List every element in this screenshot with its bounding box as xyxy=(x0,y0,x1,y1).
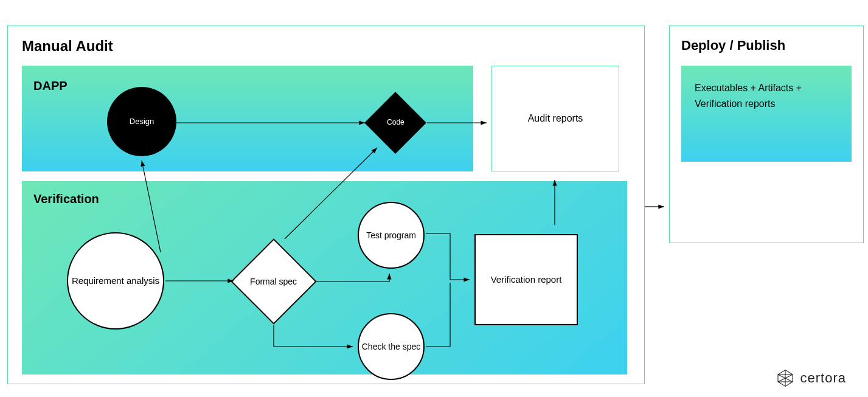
brand-logo: certora xyxy=(776,369,846,387)
design-node: Design xyxy=(107,87,176,156)
brand-name: certora xyxy=(800,370,846,386)
certora-icon xyxy=(776,369,794,387)
manual-audit-title: Manual Audit xyxy=(22,38,113,55)
verification-report-node: Verification report xyxy=(474,234,578,325)
code-label: Code xyxy=(387,118,404,128)
deploy-body-band: Executables + Artifacts + Verification r… xyxy=(681,66,852,162)
audit-reports-node: Audit reports xyxy=(491,66,619,171)
deploy-body-text: Executables + Artifacts + Verification r… xyxy=(695,83,802,109)
deploy-title: Deploy / Publish xyxy=(681,38,785,54)
check-spec-label: Check the spec xyxy=(362,341,421,352)
dapp-title: DAPP xyxy=(33,79,68,93)
verification-title: Verification xyxy=(33,192,99,206)
verification-report-label: Verification report xyxy=(491,274,562,286)
design-label: Design xyxy=(130,117,154,127)
formal-spec-label: Formal spec xyxy=(250,276,297,287)
test-program-node: Test program xyxy=(358,202,425,269)
audit-reports-label: Audit reports xyxy=(528,112,583,125)
test-program-label: Test program xyxy=(366,230,416,241)
check-spec-node: Check the spec xyxy=(358,313,425,380)
requirement-analysis-node: Requirement analysis xyxy=(67,232,164,330)
requirement-analysis-label: Requirement analysis xyxy=(72,275,159,287)
